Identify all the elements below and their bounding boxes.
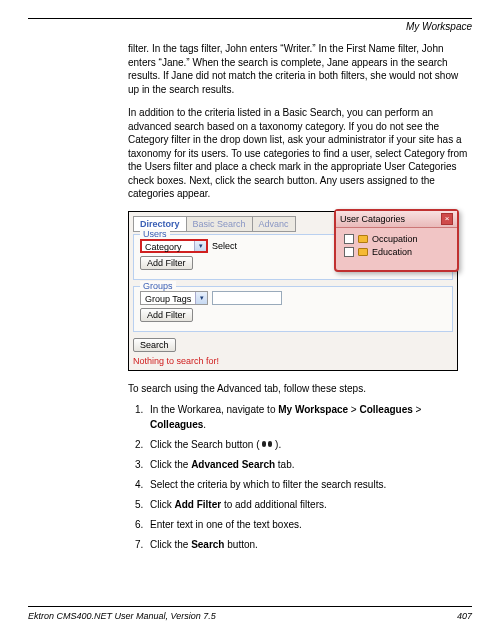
category-item-education[interactable]: Education bbox=[344, 247, 451, 257]
groups-filter-select[interactable]: Group Tags ▾ bbox=[140, 291, 208, 305]
binoculars-icon bbox=[262, 440, 272, 448]
step-7: Click the Search button. bbox=[146, 537, 472, 552]
popup-title: User Catagories bbox=[340, 214, 405, 224]
steps-list: In the Workarea, navigate to My Workspac… bbox=[146, 402, 472, 552]
category-label: Education bbox=[372, 247, 412, 257]
page-header-title: My Workspace bbox=[28, 21, 472, 32]
groups-fieldset: Groups Group Tags ▾ Add Filter bbox=[133, 286, 453, 332]
tab-basic-search[interactable]: Basic Search bbox=[186, 216, 253, 232]
paragraph-2: In addition to the criteria listed in a … bbox=[128, 106, 472, 201]
step-6: Enter text in one of the text boxes. bbox=[146, 517, 472, 532]
users-legend: Users bbox=[140, 229, 170, 239]
step-1: In the Workarea, navigate to My Workspac… bbox=[146, 402, 472, 432]
groups-legend: Groups bbox=[140, 281, 176, 291]
category-item-occupation[interactable]: Occupation bbox=[344, 234, 451, 244]
checkbox-icon[interactable] bbox=[344, 234, 354, 244]
paragraph-1: filter. In the tags filter, John enters … bbox=[128, 42, 472, 96]
steps-intro: To search using the Advanced tab, follow… bbox=[128, 383, 472, 394]
footer-title: Ektron CMS400.NET User Manual, Version 7… bbox=[28, 611, 216, 621]
chevron-down-icon: ▾ bbox=[194, 241, 206, 251]
step-2: Click the Search button ( ). bbox=[146, 437, 472, 452]
folder-icon bbox=[358, 248, 368, 256]
step-5: Click Add Filter to add additional filte… bbox=[146, 497, 472, 512]
checkbox-icon[interactable] bbox=[344, 247, 354, 257]
status-message: Nothing to search for! bbox=[133, 356, 453, 366]
step-3: Click the Advanced Search tab. bbox=[146, 457, 472, 472]
users-select-label: Select bbox=[212, 241, 237, 251]
category-label: Occupation bbox=[372, 234, 418, 244]
close-icon[interactable]: × bbox=[441, 213, 453, 225]
tab-advanced-search[interactable]: Advanc bbox=[252, 216, 296, 232]
page-number: 407 bbox=[457, 611, 472, 621]
chevron-down-icon: ▾ bbox=[195, 292, 207, 304]
users-filter-select[interactable]: Category ▾ bbox=[140, 239, 208, 253]
users-filter-value: Category bbox=[145, 242, 182, 252]
embedded-screenshot: Directory Basic Search Advanc Users Cate… bbox=[128, 211, 458, 371]
folder-icon bbox=[358, 235, 368, 243]
groups-filter-input[interactable] bbox=[212, 291, 282, 305]
groups-add-filter-button[interactable]: Add Filter bbox=[140, 308, 193, 322]
step-4: Select the criteria by which to filter t… bbox=[146, 477, 472, 492]
search-button[interactable]: Search bbox=[133, 338, 176, 352]
groups-filter-value: Group Tags bbox=[145, 294, 191, 304]
user-categories-popup: User Catagories × Occupation Education bbox=[334, 209, 459, 272]
users-add-filter-button[interactable]: Add Filter bbox=[140, 256, 193, 270]
